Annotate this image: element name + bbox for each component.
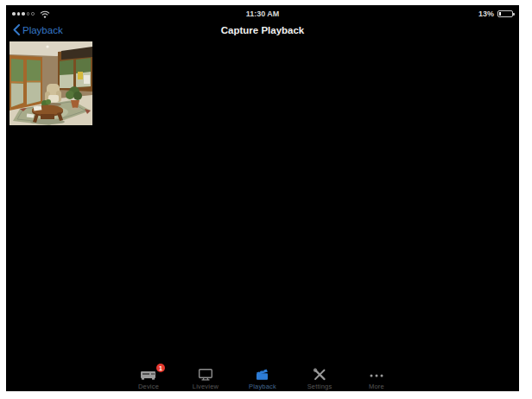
dvr-device-icon: [140, 369, 157, 381]
tab-label: Liveview: [193, 383, 218, 390]
nav-bar: Playback Capture Playback: [6, 21, 519, 41]
tab-label: More: [369, 383, 384, 390]
battery-percent: 13%: [478, 10, 494, 18]
tab-settings[interactable]: Settings: [291, 365, 348, 391]
monitor-icon: [198, 368, 213, 381]
status-time: 11:30 AM: [6, 10, 519, 18]
clapperboard-icon: [256, 368, 269, 381]
living-room-image: [10, 41, 92, 125]
capture-thumbnail[interactable]: [10, 41, 92, 125]
status-bar: 11:30 AM 13%: [6, 8, 519, 20]
status-left: [12, 10, 50, 18]
tab-bar: 1 Device Liveview Playback: [6, 365, 519, 391]
ellipsis-icon: [369, 369, 384, 381]
tab-label: Playback: [249, 383, 276, 390]
tools-icon: [313, 368, 326, 381]
battery-icon: [497, 10, 513, 17]
notification-badge: 1: [156, 364, 165, 372]
tab-label: Device: [138, 383, 159, 390]
tab-device[interactable]: 1 Device: [120, 365, 177, 391]
status-right: 13%: [478, 10, 513, 18]
tab-playback[interactable]: Playback: [234, 365, 291, 391]
tab-label: Settings: [307, 383, 332, 390]
signal-strength-icon: [12, 12, 35, 16]
tab-liveview[interactable]: Liveview: [177, 365, 234, 391]
app-screen: 11:30 AM 13% Playback Capture Playback: [6, 5, 519, 391]
tab-more[interactable]: More: [348, 365, 405, 391]
page-title: Capture Playback: [6, 25, 519, 35]
wifi-icon: [40, 10, 50, 18]
